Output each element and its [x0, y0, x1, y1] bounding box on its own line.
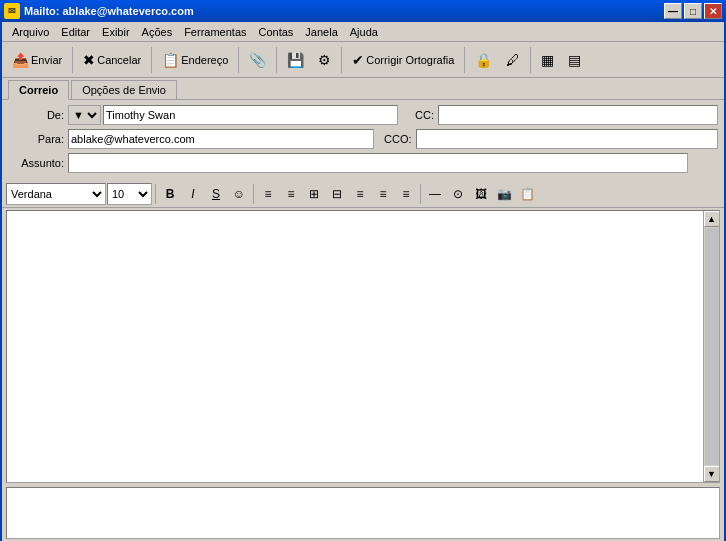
app-icon: ✉: [4, 3, 20, 19]
menu-bar: Arquivo Editar Exibir Ações Ferramentas …: [2, 22, 724, 42]
html-icon: ▦: [541, 52, 554, 68]
maximize-button[interactable]: □: [684, 3, 702, 19]
insert-image-button[interactable]: 📷: [493, 183, 515, 205]
attach-icon: 📎: [249, 52, 266, 68]
image-button[interactable]: 🖼: [470, 183, 492, 205]
ol-button[interactable]: ≡: [257, 183, 279, 205]
save-icon: 💾: [287, 52, 304, 68]
toolbar-separator-6: [464, 47, 465, 73]
fmt-sep-3: [420, 184, 421, 204]
outdent-button[interactable]: ⊟: [326, 183, 348, 205]
lock-button[interactable]: 🔒: [469, 48, 498, 72]
menu-ferramentas[interactable]: Ferramentas: [178, 24, 252, 40]
close-button[interactable]: ✕: [704, 3, 722, 19]
hline-button[interactable]: —: [424, 183, 446, 205]
menu-editar[interactable]: Editar: [55, 24, 96, 40]
save-button[interactable]: 💾: [281, 48, 310, 72]
fmt-sep-2: [253, 184, 254, 204]
menu-ajuda[interactable]: Ajuda: [344, 24, 384, 40]
compose-area: ▲ ▼: [6, 210, 720, 483]
align-right-button[interactable]: ≡: [395, 183, 417, 205]
send-button[interactable]: 📤 Enviar: [6, 48, 68, 72]
to-label: Para:: [8, 133, 68, 145]
bold-button[interactable]: B: [159, 183, 181, 205]
cc-label: CC:: [408, 109, 438, 121]
subject-field[interactable]: [68, 153, 688, 173]
digital-sign-icon: 🖊: [506, 52, 520, 68]
scroll-down-button[interactable]: ▼: [704, 466, 720, 482]
ul-button[interactable]: ≡: [280, 183, 302, 205]
minimize-button[interactable]: —: [664, 3, 682, 19]
toolbar-separator-5: [341, 47, 342, 73]
zoom-button[interactable]: ⊙: [447, 183, 469, 205]
toolbar-separator-2: [151, 47, 152, 73]
underline-button[interactable]: S: [205, 183, 227, 205]
spellcheck-button[interactable]: ✔ Corrigir Ortografia: [346, 48, 460, 72]
toolbar-separator-4: [276, 47, 277, 73]
italic-button[interactable]: I: [182, 183, 204, 205]
spellcheck-icon: ✔: [352, 52, 364, 68]
menu-janela[interactable]: Janela: [299, 24, 343, 40]
scroll-track[interactable]: [705, 228, 719, 465]
form-area: De: ▼ CC: Para: CCO: Assunto:: [2, 100, 724, 180]
attach-button[interactable]: 📎: [243, 48, 272, 72]
cc-field[interactable]: [438, 105, 718, 125]
address-button[interactable]: 📋 Endereço: [156, 48, 234, 72]
options-icon: ⚙: [318, 52, 331, 68]
options-button[interactable]: ⚙: [312, 48, 337, 72]
menu-exibir[interactable]: Exibir: [96, 24, 136, 40]
compose-textarea[interactable]: [7, 211, 703, 482]
bcc-section: CCO:: [384, 129, 718, 149]
size-select[interactable]: 8 9 10 11 12 14: [107, 183, 152, 205]
window-controls: — □ ✕: [664, 3, 722, 19]
to-field[interactable]: [68, 129, 374, 149]
subject-label: Assunto:: [8, 157, 68, 169]
signature-area[interactable]: [6, 487, 720, 539]
menu-acoes[interactable]: Ações: [136, 24, 179, 40]
digital-sign-button[interactable]: 🖊: [500, 48, 526, 72]
align-center-button[interactable]: ≡: [372, 183, 394, 205]
from-field[interactable]: [103, 105, 398, 125]
from-dropdown[interactable]: ▼: [68, 105, 101, 125]
cancel-button[interactable]: ✖ Cancelar: [77, 48, 147, 72]
text-button[interactable]: ▤: [562, 48, 587, 72]
text-icon: ▤: [568, 52, 581, 68]
to-row: Para: CCO:: [8, 128, 718, 150]
fmt-sep-1: [155, 184, 156, 204]
cancel-icon: ✖: [83, 52, 95, 68]
font-select[interactable]: Verdana Arial Times New Roman Courier Ne…: [6, 183, 106, 205]
tab-options[interactable]: Opções de Envio: [71, 80, 177, 99]
menu-arquivo[interactable]: Arquivo: [6, 24, 55, 40]
menu-contas[interactable]: Contas: [253, 24, 300, 40]
address-icon: 📋: [162, 52, 179, 68]
from-label: De:: [8, 109, 68, 121]
format-toolbar: Verdana Arial Times New Roman Courier Ne…: [2, 180, 724, 208]
indent-button[interactable]: ⊞: [303, 183, 325, 205]
cc-section: CC:: [408, 105, 718, 125]
window-title: Mailto: ablake@whateverco.com: [24, 5, 664, 17]
scroll-up-button[interactable]: ▲: [704, 211, 720, 227]
subject-row: Assunto:: [8, 152, 718, 174]
html-button[interactable]: ▦: [535, 48, 560, 72]
bcc-label: CCO:: [384, 133, 416, 145]
toolbar-separator-3: [238, 47, 239, 73]
tab-correio[interactable]: Correio: [8, 80, 69, 100]
toolbar-separator-7: [530, 47, 531, 73]
tab-bar: Correio Opções de Envio: [2, 78, 724, 100]
bcc-field[interactable]: [416, 129, 719, 149]
table-button[interactable]: 📋: [516, 183, 538, 205]
toolbar-separator-1: [72, 47, 73, 73]
title-bar: ✉ Mailto: ablake@whateverco.com — □ ✕: [0, 0, 726, 22]
vertical-scrollbar[interactable]: ▲ ▼: [703, 211, 719, 482]
main-toolbar: 📤 Enviar ✖ Cancelar 📋 Endereço 📎 💾 ⚙ ✔ C…: [2, 42, 724, 78]
from-row: De: ▼ CC:: [8, 104, 718, 126]
lock-icon: 🔒: [475, 52, 492, 68]
align-left-button[interactable]: ≡: [349, 183, 371, 205]
send-icon: 📤: [12, 52, 29, 68]
emoji-button[interactable]: ☺: [228, 183, 250, 205]
